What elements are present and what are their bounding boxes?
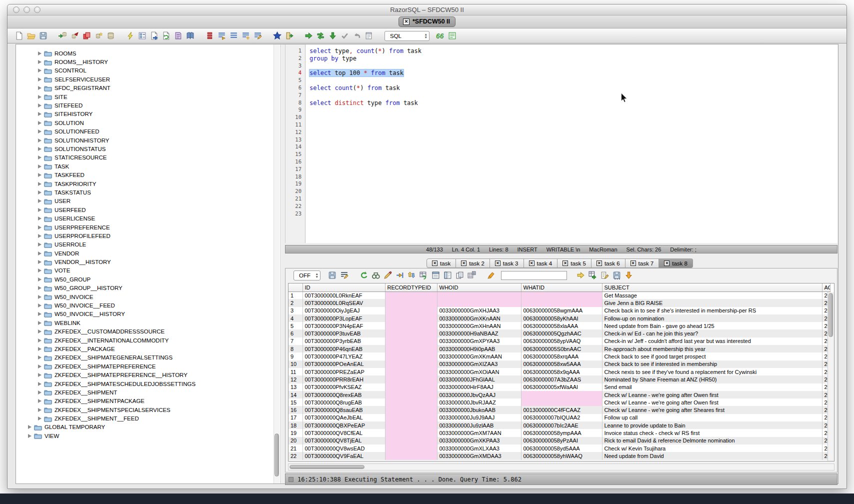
sql-code-area[interactable]: select type, count(*) from taskgroup by …	[310, 48, 836, 243]
disclosure-triangle-icon[interactable]	[38, 156, 42, 160]
table-row[interactable]: 1400T3000000Q8rexEAB0033000000JbvQzAAJCh…	[288, 391, 830, 398]
doc-purple-icon[interactable]	[173, 31, 184, 41]
tree-item-selfserviceuser[interactable]: SELFSERVICEUSER	[16, 75, 280, 84]
new-page-icon[interactable]	[14, 31, 24, 41]
table-row[interactable]: 1300T3000000PfvKSEAZ0033000000HirF8AAJ00…	[288, 384, 830, 391]
table-row[interactable]: 1200T3000000PRR8rEAH0033000000JFhGlAAL00…	[288, 376, 830, 383]
disclosure-triangle-icon[interactable]	[38, 190, 42, 194]
result-tab-task[interactable]: ✕task	[426, 258, 456, 268]
disclosure-triangle-icon[interactable]	[38, 95, 42, 99]
table-row[interactable]: 700T3000000P3yrbEAB0033000000GmXPYAA3006…	[288, 338, 830, 345]
tree-item-zkfedex-shipmategeneralsettings[interactable]: ZKFEDEX__SHIPMATEGENERALSETTINGS	[16, 354, 280, 362]
lines-red-icon[interactable]	[204, 31, 215, 41]
disclosure-triangle-icon[interactable]	[28, 425, 32, 429]
tree-item-zkfedex-shipmatescheduledjobssettings[interactable]: ZKFEDEX__SHIPMATESCHEDULEDJOBSSETTINGS	[16, 380, 280, 388]
arrow-right-yellow-icon[interactable]	[576, 270, 586, 280]
table-row[interactable]: 600T3000000P3tuvEAB0033000000H9aNBAAZ006…	[288, 330, 830, 337]
tree-item-rooms[interactable]: ROOMS	[16, 49, 280, 58]
disclosure-triangle-icon[interactable]	[38, 330, 42, 334]
column-header-SUBJECT[interactable]: SUBJECT	[602, 284, 822, 292]
tree-item-w50-invoice-history[interactable]: W50_INVOICE__HISTORY	[16, 310, 280, 318]
table-row[interactable]: 2000T3000000QV8TjEAL0033000000GmXKPAA300…	[288, 437, 830, 444]
table-row[interactable]: 800T3000000P46qnEAB0033000000H9i0pAAB006…	[288, 345, 830, 352]
tree-item-task[interactable]: TASK	[16, 162, 280, 170]
disclosure-triangle-icon[interactable]	[38, 364, 42, 368]
result-tab-task-7[interactable]: ✕task 7	[626, 258, 660, 268]
copy-pages-icon[interactable]	[454, 270, 465, 280]
table-row[interactable]: 1000T3000000POeAnEAL0033000000GmXIZAA300…	[288, 360, 830, 368]
disclosure-triangle-icon[interactable]	[38, 356, 42, 360]
tree-item-sitefeed[interactable]: SITEFEED	[16, 101, 280, 110]
disclosure-triangle-icon[interactable]	[38, 121, 42, 125]
disclosure-triangle-icon[interactable]	[38, 182, 42, 186]
tree-scrollbar-thumb[interactable]	[274, 434, 279, 476]
table-row[interactable]: 400T3000000P3LopEAF0033000000GmXKnAAN006…	[288, 314, 830, 322]
close-tab-icon[interactable]: ✕	[562, 260, 568, 266]
undo-gray-icon[interactable]	[352, 31, 362, 41]
result-tab-task-3[interactable]: ✕task 3	[490, 258, 524, 268]
disclosure-triangle-icon[interactable]	[38, 399, 42, 403]
close-tab-icon[interactable]: ✕	[529, 260, 534, 266]
result-tab-task-6[interactable]: ✕task 6	[592, 258, 626, 268]
tree-item-solutionfeed[interactable]: SOLUTIONFEED	[16, 128, 280, 136]
doc-refresh-icon[interactable]	[161, 31, 172, 41]
disclosure-triangle-icon[interactable]	[38, 234, 42, 238]
result-tab-task-8[interactable]: ✕task 8	[659, 258, 693, 268]
disclosure-triangle-icon[interactable]	[38, 286, 42, 290]
tree-item-w50-invoice-feed[interactable]: W50_INVOICE__FEED	[16, 301, 280, 310]
table-arrow-icon[interactable]	[588, 270, 598, 280]
refresh-green-icon[interactable]	[358, 270, 369, 280]
tree-item-sitehistory[interactable]: SITEHISTORY	[16, 110, 280, 118]
disclosure-triangle-icon[interactable]	[38, 164, 42, 168]
column-header-ID[interactable]: ID	[302, 284, 385, 292]
disclosure-triangle-icon[interactable]	[38, 208, 42, 212]
tree-item-zkfedex-shipment[interactable]: ZKFEDEX__SHIPMENT	[16, 388, 280, 396]
disclosure-triangle-icon[interactable]	[38, 382, 42, 386]
column-header-WHOID[interactable]: WHOID	[437, 284, 521, 292]
tree-item-w50-group[interactable]: W50_GROUP	[16, 275, 280, 284]
table-row[interactable]: 500T3000000P3N4pEAF0033000000GmXHnAAN006…	[288, 322, 830, 330]
disclosure-triangle-icon[interactable]	[38, 252, 42, 256]
book-blue-icon[interactable]	[185, 31, 196, 41]
minimize-window-button[interactable]	[24, 6, 30, 13]
tree-item-user[interactable]: USER	[16, 197, 280, 206]
tree-item-w50-group-history[interactable]: W50_GROUP__HISTORY	[16, 284, 280, 292]
disclosure-triangle-icon[interactable]	[38, 416, 42, 420]
disclosure-triangle-icon[interactable]	[38, 268, 42, 272]
table-row[interactable]: 900T3000000P47LYEAZ0033000000GmXKmAAN006…	[288, 352, 830, 360]
table-row[interactable]: 200T3000000L0RqSEAVGive Jenn a BIG RAISE…	[288, 299, 830, 306]
db-cylinder-icon[interactable]	[106, 31, 116, 41]
sql-editor[interactable]: 1234567891011121314151617181920212223 se…	[285, 44, 838, 243]
notepad-pencil-icon[interactable]	[600, 270, 610, 280]
check-gray-icon[interactable]	[340, 31, 350, 41]
tree-item-userrole[interactable]: USERROLE	[16, 240, 280, 249]
tree-item-zkfedex-shipmentspecialservices[interactable]: ZKFEDEX__SHIPMENTSPECIALSERVICES	[16, 406, 280, 414]
tree-item-weblink[interactable]: WEBLINK	[16, 318, 280, 327]
disclosure-triangle-icon[interactable]	[38, 304, 42, 308]
result-tab-task-5[interactable]: ✕task 5	[558, 258, 592, 268]
tree-item-site[interactable]: SITE	[16, 92, 280, 101]
tree-item-sfdc-registrant[interactable]: SFDC_REGISTRANT	[16, 84, 280, 92]
close-tab-icon[interactable]: ✕	[403, 18, 410, 25]
disclosure-triangle-icon[interactable]	[38, 312, 42, 316]
disclosure-triangle-icon[interactable]	[38, 226, 42, 230]
arrow-right-green-icon[interactable]	[304, 31, 314, 41]
results-hscrollbar-thumb[interactable]	[290, 465, 364, 469]
tree-item-rooms-history[interactable]: ROOMS__HISTORY	[16, 58, 280, 66]
row-limit-select[interactable]: OFF ▲▼	[294, 270, 320, 280]
disclosure-triangle-icon[interactable]	[38, 60, 42, 64]
disclosure-triangle-icon[interactable]	[38, 68, 42, 72]
table-row[interactable]: 1100T3000000PREZaEAP0033000000GmXOiAAN00…	[288, 368, 830, 376]
tree-scrollbar[interactable]	[274, 44, 280, 484]
column-header-RECORDTYPEID[interactable]: RECORDTYPEID	[385, 284, 437, 292]
tree-item-zkfedex-package[interactable]: ZKFEDEX__PACKAGE	[16, 344, 280, 353]
tree-item-taskpriority[interactable]: TASKPRIORITY	[16, 180, 280, 188]
open-folder-icon[interactable]	[26, 31, 36, 41]
table-row[interactable]: 1600T3000000Q8sauEAB0033000000JbukoAAB00…	[288, 406, 830, 414]
zoom-window-button[interactable]	[34, 6, 40, 13]
close-tab-icon[interactable]: ✕	[495, 260, 500, 266]
tree-item-taskfeed[interactable]: TASKFEED	[16, 170, 280, 179]
tree-item-w50-invoice[interactable]: W50_INVOICE	[16, 292, 280, 301]
tree-item-vote[interactable]: VOTE	[16, 266, 280, 275]
column-header-AC[interactable]: AC	[822, 284, 830, 292]
